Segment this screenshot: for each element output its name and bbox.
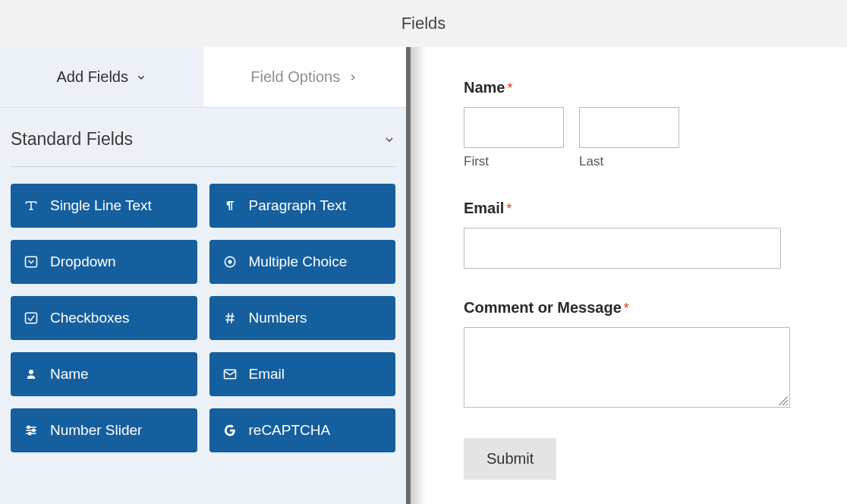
chevron-right-icon [348, 72, 358, 83]
left-panel: Add Fields Field Options Standard Fields [0, 47, 406, 504]
comment-textarea[interactable] [464, 327, 790, 408]
tabs-row: Add Fields Field Options [0, 47, 406, 108]
envelope-icon [222, 366, 238, 383]
sublabel-last: Last [579, 154, 679, 169]
svg-line-17 [786, 404, 788, 405]
required-star-icon: * [506, 201, 512, 216]
field-button-checkboxes[interactable]: Checkboxes [11, 296, 197, 340]
svg-rect-0 [26, 257, 37, 266]
page-header: Fields [0, 0, 847, 47]
field-label-name: Name [464, 79, 505, 96]
field-button-email[interactable]: Email [209, 352, 396, 396]
field-button-number-slider[interactable]: Number Slider [11, 408, 197, 452]
text-type-icon [23, 197, 39, 214]
main-container: Add Fields Field Options Standard Fields [0, 47, 847, 504]
tab-add-fields-label: Add Fields [57, 68, 129, 86]
svg-point-2 [228, 260, 231, 264]
form-field-comment[interactable]: Comment or Message* [464, 299, 794, 408]
first-name-input[interactable] [464, 107, 564, 148]
required-star-icon: * [507, 80, 512, 96]
field-label-email: Email [464, 200, 504, 217]
submit-button[interactable]: Submit [464, 438, 556, 480]
field-button-paragraph-text[interactable]: Paragraph Text [209, 184, 396, 228]
required-star-icon: * [624, 301, 629, 316]
field-button-label: Number Slider [50, 422, 142, 439]
google-g-icon [222, 422, 238, 439]
chevron-down-icon [383, 134, 395, 146]
paragraph-icon [222, 197, 238, 214]
field-button-label: Paragraph Text [249, 197, 347, 214]
page-title: Fields [401, 14, 446, 33]
form-preview: Name* First Last Email* [411, 47, 847, 504]
email-input[interactable] [464, 228, 781, 269]
field-button-label: Multiple Choice [249, 254, 348, 270]
field-button-multiple-choice[interactable]: Multiple Choice [209, 240, 396, 284]
form-field-email[interactable]: Email* [464, 200, 794, 269]
field-label-comment: Comment or Message [464, 299, 622, 317]
field-button-label: Name [50, 366, 89, 383]
form-field-name[interactable]: Name* First Last [464, 79, 794, 169]
caret-square-icon [23, 254, 39, 270]
svg-line-7 [231, 313, 232, 323]
field-button-label: Checkboxes [50, 310, 130, 326]
svg-point-13 [33, 429, 35, 431]
field-button-label: Dropdown [50, 254, 116, 270]
svg-line-6 [227, 313, 228, 323]
field-button-label: Email [249, 366, 285, 383]
name-first-column: First [464, 107, 564, 169]
user-icon [23, 366, 39, 383]
tab-field-options[interactable]: Field Options [203, 47, 407, 107]
radio-dot-icon [222, 254, 238, 270]
hash-icon [222, 310, 238, 326]
field-button-label: Numbers [249, 310, 307, 326]
field-button-recaptcha[interactable]: reCAPTCHA [209, 408, 396, 452]
name-inputs-row: First Last [464, 107, 794, 169]
svg-point-12 [27, 426, 30, 428]
chevron-down-icon [136, 72, 146, 83]
last-name-input[interactable] [579, 107, 679, 148]
field-button-name[interactable]: Name [11, 352, 197, 396]
section-header-standard-fields[interactable]: Standard Fields [11, 129, 395, 167]
field-button-dropdown[interactable]: Dropdown [11, 240, 197, 284]
sublabel-first: First [464, 154, 564, 169]
right-wrapper: Name* First Last Email* [406, 47, 847, 504]
svg-point-14 [29, 433, 31, 435]
field-button-numbers[interactable]: Numbers [209, 296, 396, 340]
check-square-icon [23, 310, 39, 326]
name-last-column: Last [579, 107, 679, 169]
fields-section: Standard Fields Single Line TextParagrap… [0, 108, 406, 504]
sliders-icon [23, 422, 39, 439]
tab-field-options-label: Field Options [250, 68, 340, 86]
svg-rect-3 [26, 313, 37, 323]
field-button-label: Single Line Text [50, 197, 152, 214]
field-grid: Single Line TextParagraph TextDropdownMu… [11, 184, 395, 452]
field-button-single-line-text[interactable]: Single Line Text [11, 184, 197, 228]
section-title: Standard Fields [11, 129, 133, 150]
resize-grip-icon[interactable] [777, 395, 788, 405]
tab-add-fields[interactable]: Add Fields [0, 47, 203, 107]
field-button-label: reCAPTCHA [249, 422, 331, 439]
